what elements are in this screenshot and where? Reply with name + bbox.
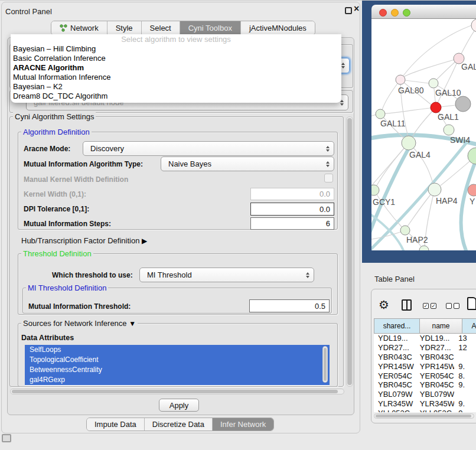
table-cell[interactable]: YLL052C xyxy=(374,408,416,412)
column-header-name[interactable]: name xyxy=(420,318,462,334)
settings-vertical-scrollbar[interactable] xyxy=(346,116,353,387)
tab-discretize-data[interactable]: Discretize Data xyxy=(145,418,213,431)
select-all-icon[interactable]: ✓✓ xyxy=(423,303,436,309)
attribute-list-scrollbar[interactable] xyxy=(322,346,328,383)
table-cell[interactable]: YER054C xyxy=(416,371,454,380)
window-close-icon[interactable] xyxy=(379,9,387,17)
algorithm-option[interactable]: Bayesian – K2 xyxy=(11,82,341,92)
aracne-mode-select[interactable]: Discovery xyxy=(83,141,334,156)
table-cell[interactable]: YBR043C xyxy=(416,353,454,362)
network-node[interactable] xyxy=(400,226,410,235)
table-cell[interactable]: YDL19... xyxy=(416,334,454,343)
tab-network[interactable]: Network xyxy=(51,21,107,35)
network-node[interactable] xyxy=(468,184,476,196)
algorithm-option[interactable]: ARACNE Algorithm xyxy=(11,63,341,73)
table-cell[interactable]: 9. xyxy=(454,380,476,390)
network-node[interactable] xyxy=(396,75,405,84)
network-node[interactable] xyxy=(429,79,438,88)
window-minimize-icon[interactable] xyxy=(391,9,399,17)
table-cell[interactable] xyxy=(454,353,476,362)
table-row[interactable]: YLR345WYLR345W9. xyxy=(374,399,476,409)
hub-definition-expander[interactable]: Hub/Transcription Factor Definition ▶ xyxy=(21,236,147,245)
network-node[interactable] xyxy=(371,185,379,195)
network-node[interactable] xyxy=(431,102,441,113)
table-cell[interactable]: YBR045C xyxy=(374,380,416,390)
table-cell[interactable]: YLR345W xyxy=(416,399,454,409)
algorithm-option[interactable]: Basic Correlation Inference xyxy=(11,54,341,63)
mi-algorithm-type-select[interactable]: Naive Bayes xyxy=(161,156,334,171)
table-cell[interactable] xyxy=(454,390,476,399)
gear-icon[interactable]: ⚙ xyxy=(379,298,389,312)
table-cell[interactable]: YDL19... xyxy=(374,334,416,343)
network-node[interactable] xyxy=(444,125,454,135)
table-cell[interactable]: 8. xyxy=(454,371,476,380)
which-threshold-select[interactable]: MI Threshold xyxy=(139,268,314,282)
kernel-width-input[interactable]: 0.0 xyxy=(250,188,334,200)
table-cell[interactable]: YDR27... xyxy=(416,343,454,353)
tab-cyni-toolbox[interactable]: Cyni Toolbox xyxy=(180,21,241,35)
attribute-item[interactable]: BetweennessCentrality xyxy=(25,365,330,375)
network-edge[interactable] xyxy=(412,107,436,137)
manual-kernel-width-checkbox[interactable] xyxy=(324,174,333,182)
document-icon[interactable] xyxy=(467,297,476,310)
table-cell[interactable]: 13 xyxy=(454,334,476,343)
tab-style[interactable]: Style xyxy=(107,21,142,35)
network-window-titlebar[interactable] xyxy=(371,5,476,19)
table-cell[interactable]: 9. xyxy=(454,399,476,409)
algorithm-option[interactable]: Bayesian – Hill Climbing xyxy=(11,44,341,54)
network-node[interactable] xyxy=(402,136,416,150)
settings-horizontal-scrollbar[interactable] xyxy=(10,389,344,394)
network-canvas[interactable]: GALGAL80GAL10GAL1GAL11SWI4GAL4GCY1HAP4YH… xyxy=(371,19,476,250)
tab-infer-network[interactable]: Infer Network xyxy=(213,418,273,431)
dock-panel-icon[interactable] xyxy=(2,434,11,442)
table-cell[interactable]: YER054C xyxy=(374,371,416,380)
mi-steps-input[interactable]: 6 xyxy=(250,217,334,230)
column-header-shared[interactable]: shared... xyxy=(374,318,420,334)
algorithm-option[interactable]: Mutual Information Inference xyxy=(11,73,341,82)
close-panel-icon[interactable]: × xyxy=(354,4,359,14)
table-cell[interactable]: YBR045C xyxy=(416,380,454,390)
table-cell[interactable]: YLL052C xyxy=(416,408,454,412)
attribute-item[interactable]: SelfLoops xyxy=(25,345,330,355)
table-cell[interactable]: YBR043C xyxy=(374,353,416,362)
table-cell[interactable]: 12 xyxy=(454,343,476,353)
table-cell[interactable]: YPR145W xyxy=(374,361,416,371)
deselect-all-icon[interactable] xyxy=(446,303,459,309)
network-edge[interactable] xyxy=(380,108,431,114)
window-zoom-icon[interactable] xyxy=(403,9,410,17)
network-node[interactable] xyxy=(455,96,471,112)
columns-icon[interactable] xyxy=(402,299,412,311)
table-cell[interactable]: YDR27... xyxy=(374,343,416,353)
table-cell[interactable]: 9. xyxy=(454,361,476,371)
sources-expander[interactable]: Sources for Network Inference ▼ xyxy=(21,319,138,328)
dpi-tolerance-input[interactable]: 0.0 xyxy=(250,203,334,216)
network-node[interactable] xyxy=(376,109,385,119)
table-row[interactable]: YBR043CYBR043C xyxy=(374,353,476,362)
table-row[interactable]: YLL052CYLL052C9 xyxy=(374,408,476,412)
table-row[interactable]: YBR045CYBR045C9. xyxy=(374,380,476,390)
mi-threshold-input[interactable]: 0.5 xyxy=(249,299,330,312)
network-node[interactable] xyxy=(471,19,476,32)
table-row[interactable]: YBL079WYBL079W xyxy=(374,390,476,399)
table-cell[interactable]: YBL079W xyxy=(374,390,416,399)
table-cell[interactable]: YLR345W xyxy=(374,399,416,409)
tab-impute-data[interactable]: Impute Data xyxy=(87,418,145,431)
table-cell[interactable]: 9 xyxy=(454,408,476,412)
table-horizontal-scrollbar[interactable] xyxy=(374,413,474,419)
attribute-item[interactable]: gal4RGexp xyxy=(25,375,330,385)
table-cell[interactable]: YBL079W xyxy=(416,390,454,399)
table-row[interactable]: YPR145WYPR145W9. xyxy=(374,361,476,371)
table-row[interactable]: YER054CYER054C8. xyxy=(374,371,476,380)
network-edge[interactable] xyxy=(404,58,459,77)
column-header-partial[interactable]: A xyxy=(462,318,476,334)
network-node[interactable] xyxy=(428,183,441,196)
apply-button[interactable]: Apply xyxy=(159,399,199,412)
table-row[interactable]: YDL19...YDL19...13 xyxy=(374,334,476,343)
float-window-icon[interactable] xyxy=(345,7,352,14)
table-row[interactable]: YDR27...YDR27...12 xyxy=(374,343,476,353)
tab-select[interactable]: Select xyxy=(142,21,180,35)
algorithm-option[interactable]: Dream8 DC_TDC Algorithm xyxy=(11,92,341,101)
tab-jactivemnodules[interactable]: jActiveMNodules xyxy=(241,21,315,35)
data-attributes-list[interactable]: SelfLoopsTopologicalCoefficientBetweenne… xyxy=(25,345,330,386)
table-cell[interactable]: YPR145W xyxy=(416,361,454,371)
